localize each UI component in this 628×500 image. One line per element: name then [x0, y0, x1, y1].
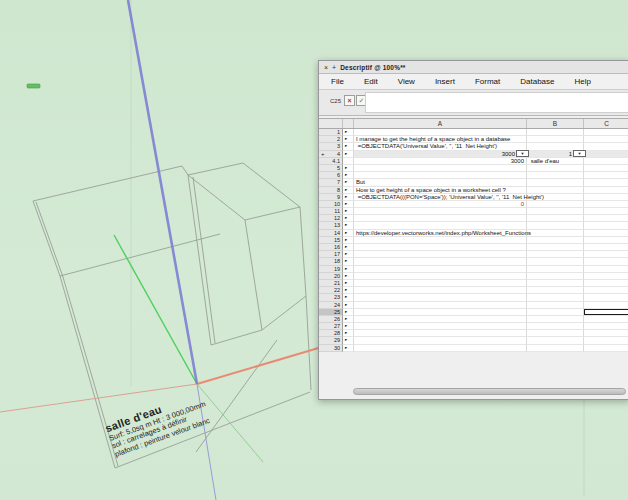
row-marker-icon[interactable]	[343, 158, 354, 165]
cell-a27[interactable]	[354, 323, 527, 330]
cell-b30[interactable]	[527, 345, 584, 352]
row-marker-icon[interactable]: ▸	[343, 309, 354, 316]
row-header[interactable]: +4	[319, 151, 343, 158]
row-marker-icon[interactable]: ▸	[343, 258, 354, 265]
cell-a22[interactable]	[354, 287, 527, 294]
row-header[interactable]: 8	[319, 187, 343, 194]
cell-c29[interactable]	[584, 337, 628, 344]
menu-item-database[interactable]: Database	[520, 77, 554, 86]
row-header[interactable]: 15	[319, 237, 343, 244]
cell-a9[interactable]: =OBJECTDATA(((PON='Space')); 'Universal …	[354, 194, 527, 201]
row-marker-icon[interactable]: ▸	[343, 287, 354, 294]
row-marker-icon[interactable]: ▸	[343, 280, 354, 287]
cell-a7[interactable]: But	[354, 179, 527, 186]
cell-c7[interactable]	[584, 179, 628, 186]
menu-item-format[interactable]: Format	[475, 77, 500, 86]
cell-c3[interactable]	[584, 143, 628, 150]
cell-c16[interactable]	[584, 244, 628, 251]
row-header[interactable]: 13	[319, 222, 343, 229]
cell-a26[interactable]	[354, 316, 527, 323]
cell-a29[interactable]	[354, 337, 527, 344]
cell-b12[interactable]	[527, 215, 584, 222]
cell-c5[interactable]	[584, 165, 628, 172]
row-header[interactable]: 2	[319, 136, 343, 143]
cell-c4[interactable]	[584, 151, 628, 158]
menu-item-file[interactable]: File	[331, 77, 344, 86]
row-header[interactable]: 26	[319, 316, 343, 323]
cell-b29[interactable]	[527, 337, 584, 344]
cell-b8[interactable]	[527, 187, 584, 194]
row-header[interactable]: 29	[319, 337, 343, 344]
row-header[interactable]: 7	[319, 179, 343, 186]
cell-c10[interactable]	[584, 201, 628, 208]
cell-a25[interactable]	[354, 309, 527, 316]
cell-b28[interactable]	[527, 330, 584, 337]
cell-a23[interactable]	[354, 294, 527, 301]
row-header[interactable]: 21	[319, 280, 343, 287]
row-marker-icon[interactable]: ▸	[343, 136, 354, 143]
db-header-dropdown[interactable]: ▼	[516, 150, 529, 157]
cell-a1[interactable]	[354, 129, 527, 136]
cell-b9[interactable]	[527, 194, 584, 201]
cell-b19[interactable]	[527, 266, 584, 273]
cell-b24[interactable]	[527, 302, 584, 309]
cell-c8[interactable]	[584, 187, 628, 194]
cell-b22[interactable]	[527, 287, 584, 294]
column-header-b[interactable]: B	[527, 119, 584, 128]
row-marker-icon[interactable]: ▸	[343, 129, 354, 136]
cell-c18[interactable]	[584, 258, 628, 265]
row-marker-icon[interactable]: ▸	[343, 266, 354, 273]
cell-c15[interactable]	[584, 237, 628, 244]
cell-b13[interactable]	[527, 222, 584, 229]
cell-c2[interactable]	[584, 136, 628, 143]
formula-cancel-button[interactable]: ×	[344, 95, 355, 106]
row-marker-icon[interactable]: ▸	[343, 237, 354, 244]
cell-a15[interactable]	[354, 237, 527, 244]
cell-b15[interactable]	[527, 237, 584, 244]
cell-c24[interactable]	[584, 302, 628, 309]
cell-a2[interactable]: I manage to get the height of a space ob…	[354, 136, 527, 143]
cell-b21[interactable]	[527, 280, 584, 287]
cell-b6[interactable]	[527, 172, 584, 179]
row-header[interactable]: 22	[319, 287, 343, 294]
row-header[interactable]: 12	[319, 215, 343, 222]
row-marker-icon[interactable]: ▸	[343, 323, 354, 330]
row-marker-icon[interactable]: ▸	[343, 345, 354, 352]
cell-c23[interactable]	[584, 294, 628, 301]
cell-b27[interactable]	[527, 323, 584, 330]
cell-b20[interactable]	[527, 273, 584, 280]
cell-a14[interactable]: https://developer.vectorworks.net/index.…	[354, 230, 527, 237]
cell-a11[interactable]	[354, 208, 527, 215]
cell-a10[interactable]: 0	[354, 201, 527, 208]
menu-item-help[interactable]: Help	[575, 77, 591, 86]
row-marker-icon[interactable]: ▸	[343, 151, 354, 158]
row-marker-icon[interactable]: ▸	[343, 337, 354, 344]
cell-c25[interactable]	[584, 309, 628, 316]
cell-c22[interactable]	[584, 287, 628, 294]
cell-a28[interactable]	[354, 330, 527, 337]
cell-c9[interactable]	[584, 194, 628, 201]
cell-c21[interactable]	[584, 280, 628, 287]
cell-c13[interactable]	[584, 222, 628, 229]
row-marker-icon[interactable]: ▸	[343, 187, 354, 194]
row-marker-icon[interactable]: ▸	[343, 215, 354, 222]
cell-b1[interactable]	[527, 129, 584, 136]
cell-a24[interactable]	[354, 302, 527, 309]
cell-b23[interactable]	[527, 294, 584, 301]
formula-input[interactable]	[365, 92, 628, 113]
cell-b14[interactable]	[527, 230, 584, 237]
cell-c27[interactable]	[584, 323, 628, 330]
cell-c20[interactable]	[584, 273, 628, 280]
cell-a30[interactable]	[354, 345, 527, 352]
cell-c12[interactable]	[584, 215, 628, 222]
corner-header[interactable]	[319, 119, 343, 128]
cell-b4.1[interactable]: salle d'eau	[527, 158, 584, 165]
row-header[interactable]: 27	[319, 323, 343, 330]
cell-c17[interactable]	[584, 251, 628, 258]
cell-a12[interactable]	[354, 215, 527, 222]
cell-b5[interactable]	[527, 165, 584, 172]
cell-b2[interactable]	[527, 136, 584, 143]
db-header-dropdown[interactable]: ▼	[573, 150, 586, 157]
cell-b17[interactable]	[527, 251, 584, 258]
cell-a18[interactable]	[354, 258, 527, 265]
